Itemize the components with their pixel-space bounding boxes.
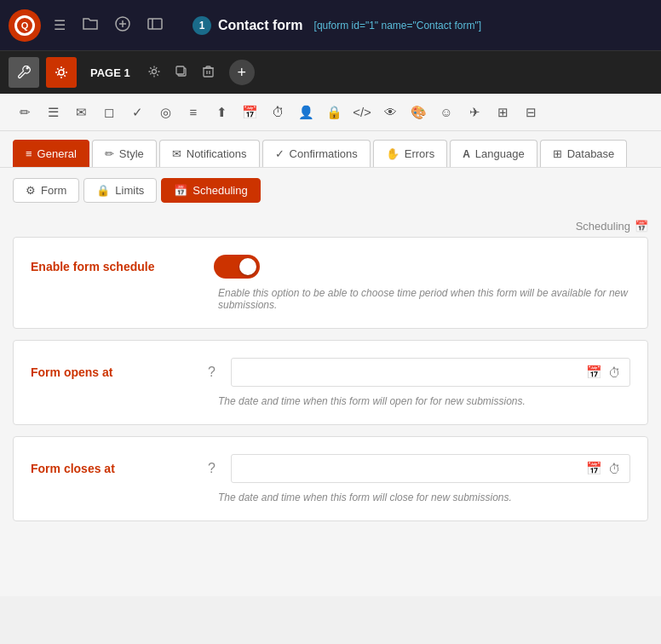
preview-icon[interactable] bbox=[143, 14, 167, 37]
subtab-form-icon: ⚙ bbox=[26, 184, 36, 197]
section-title: Scheduling bbox=[576, 220, 630, 233]
form-opens-label: Form opens at bbox=[31, 365, 201, 379]
edit-icon[interactable]: ✏ bbox=[13, 101, 37, 124]
form-closes-description: The date and time when this form will cl… bbox=[31, 492, 630, 503]
form-opens-input[interactable]: 📅 ⏱ bbox=[231, 358, 630, 387]
enable-schedule-header: Enable form schedule bbox=[31, 255, 630, 279]
form-closes-label-area: Form closes at ? bbox=[31, 461, 218, 476]
wrench-icon[interactable] bbox=[9, 57, 39, 88]
form-number-badge: 1 bbox=[193, 16, 211, 35]
hidden-field-icon[interactable]: ◻ bbox=[97, 101, 121, 124]
notifications-tab-label: Notifications bbox=[187, 147, 247, 160]
enable-schedule-description: Enable this option to be able to choose … bbox=[31, 287, 630, 311]
subtab-form[interactable]: ⚙ Form bbox=[13, 178, 79, 203]
image-icon[interactable]: 🎨 bbox=[406, 101, 430, 124]
submit-icon[interactable]: ✈ bbox=[463, 101, 486, 124]
style-tab-icon: ✏ bbox=[105, 147, 114, 160]
add-page-button[interactable]: + bbox=[229, 60, 255, 85]
style-tab-label: Style bbox=[119, 147, 144, 160]
multicheck-icon[interactable]: ≡ bbox=[181, 101, 205, 124]
form-opens-header: Form opens at ? 📅 ⏱ bbox=[31, 358, 630, 387]
form-closes-calendar-icon[interactable]: 📅 bbox=[584, 459, 604, 478]
email-icon[interactable]: ✉ bbox=[69, 101, 93, 124]
subtab-limits[interactable]: 🔒 Limits bbox=[83, 178, 157, 203]
visible-icon[interactable]: 👁 bbox=[378, 101, 402, 124]
form-closes-help-icon[interactable]: ? bbox=[208, 461, 216, 476]
upload-icon[interactable]: ⬆ bbox=[210, 101, 233, 124]
user-icon[interactable]: 👤 bbox=[294, 101, 318, 124]
add-form-icon[interactable] bbox=[111, 12, 135, 39]
calendar-icon[interactable]: 📅 bbox=[238, 101, 262, 124]
form-opens-help-icon[interactable]: ? bbox=[208, 365, 216, 380]
toggle-track bbox=[214, 255, 260, 279]
checkbox-icon[interactable]: ✓ bbox=[125, 101, 149, 124]
content-area: Scheduling 📅 Enable form schedule Enable… bbox=[0, 213, 661, 596]
tab-database[interactable]: ⊞ Database bbox=[540, 140, 628, 167]
svg-point-6 bbox=[152, 69, 156, 73]
time-icon[interactable]: ⏱ bbox=[266, 101, 290, 124]
tab-style[interactable]: ✏ Style bbox=[92, 140, 157, 167]
tab-general[interactable]: ≡ General bbox=[13, 140, 89, 167]
delete-icon[interactable] bbox=[198, 61, 218, 84]
calendar-section-icon: 📅 bbox=[635, 220, 648, 233]
general-tab-label: General bbox=[37, 147, 77, 160]
tab-confirmations[interactable]: ✓ Confirmations bbox=[262, 140, 371, 167]
tab-language[interactable]: A Language bbox=[450, 140, 537, 167]
enable-schedule-toggle[interactable] bbox=[214, 255, 260, 279]
settings-btn[interactable] bbox=[46, 57, 77, 88]
logo[interactable]: Q bbox=[9, 9, 41, 42]
svg-point-5 bbox=[59, 70, 64, 75]
notifications-tab-icon: ✉ bbox=[172, 147, 181, 160]
tab-bar: ≡ General ✏ Style ✉ Notifications ✓ Conf… bbox=[0, 131, 661, 168]
form-opens-action-icons: 📅 ⏱ bbox=[584, 363, 629, 382]
subtab-form-label: Form bbox=[41, 184, 66, 197]
code-icon[interactable]: </> bbox=[350, 101, 374, 124]
form-closes-input[interactable]: 📅 ⏱ bbox=[231, 454, 630, 483]
page-settings-icon[interactable] bbox=[144, 61, 164, 84]
subtab-scheduling[interactable]: 📅 Scheduling bbox=[161, 178, 260, 203]
confirmations-tab-icon: ✓ bbox=[275, 147, 285, 160]
form-closes-field[interactable] bbox=[232, 463, 584, 475]
second-bar: PAGE 1 + bbox=[0, 51, 661, 94]
list-icon[interactable]: ☰ bbox=[41, 101, 65, 124]
lock-icon[interactable]: 🔒 bbox=[322, 101, 346, 124]
subtab-limits-icon: 🔒 bbox=[96, 184, 110, 197]
form-title: Contact form bbox=[218, 18, 303, 33]
errors-tab-label: Errors bbox=[405, 147, 434, 160]
form-opens-clock-icon[interactable]: ⏱ bbox=[606, 364, 623, 382]
form-opens-description: The date and time when this form will op… bbox=[31, 395, 630, 407]
form-closes-row: Form closes at ? 📅 ⏱ The date and time w… bbox=[13, 436, 648, 521]
database-tab-label: Database bbox=[567, 147, 615, 160]
subtab-scheduling-icon: 📅 bbox=[174, 184, 187, 197]
confirmations-tab-label: Confirmations bbox=[290, 147, 358, 160]
svg-rect-9 bbox=[204, 68, 213, 77]
menu-icon[interactable]: ☰ bbox=[49, 13, 70, 37]
subtab-limits-label: Limits bbox=[115, 184, 144, 197]
general-tab-icon: ≡ bbox=[26, 147, 32, 160]
split-icon[interactable]: ⊟ bbox=[519, 101, 543, 124]
radio-icon[interactable]: ◎ bbox=[153, 101, 177, 124]
form-opens-field[interactable] bbox=[232, 366, 584, 379]
form-closes-header: Form closes at ? 📅 ⏱ bbox=[31, 454, 630, 483]
grid-icon[interactable]: ⊞ bbox=[491, 101, 514, 124]
form-closes-action-icons: 📅 ⏱ bbox=[584, 459, 629, 478]
section-header: Scheduling 📅 bbox=[13, 213, 648, 237]
emoji-icon[interactable]: ☺ bbox=[434, 101, 458, 124]
database-tab-icon: ⊞ bbox=[553, 147, 562, 160]
tab-errors[interactable]: ✋ Errors bbox=[373, 140, 447, 167]
folder-icon[interactable] bbox=[78, 13, 102, 38]
form-opens-label-area: Form opens at ? bbox=[31, 365, 218, 380]
enable-schedule-label: Enable form schedule bbox=[31, 260, 201, 273]
form-closes-clock-icon[interactable]: ⏱ bbox=[606, 460, 623, 478]
errors-tab-icon: ✋ bbox=[386, 147, 399, 160]
language-tab-icon: A bbox=[463, 148, 470, 160]
duplicate-icon[interactable] bbox=[171, 61, 192, 84]
icon-toolbar: ✏ ☰ ✉ ◻ ✓ ◎ ≡ ⬆ 📅 ⏱ 👤 🔒 </> 👁 🎨 ☺ ✈ ⊞ ⊟ bbox=[0, 94, 661, 131]
tab-notifications[interactable]: ✉ Notifications bbox=[159, 140, 260, 167]
form-opens-row: Form opens at ? 📅 ⏱ The date and time wh… bbox=[13, 340, 648, 425]
top-bar: Q ☰ 1 Contact form [quform id="1" name="… bbox=[0, 0, 661, 51]
form-opens-calendar-icon[interactable]: 📅 bbox=[584, 363, 604, 382]
subtab-scheduling-label: Scheduling bbox=[193, 184, 247, 197]
logo-inner: Q bbox=[14, 15, 35, 36]
toggle-thumb bbox=[239, 258, 256, 275]
